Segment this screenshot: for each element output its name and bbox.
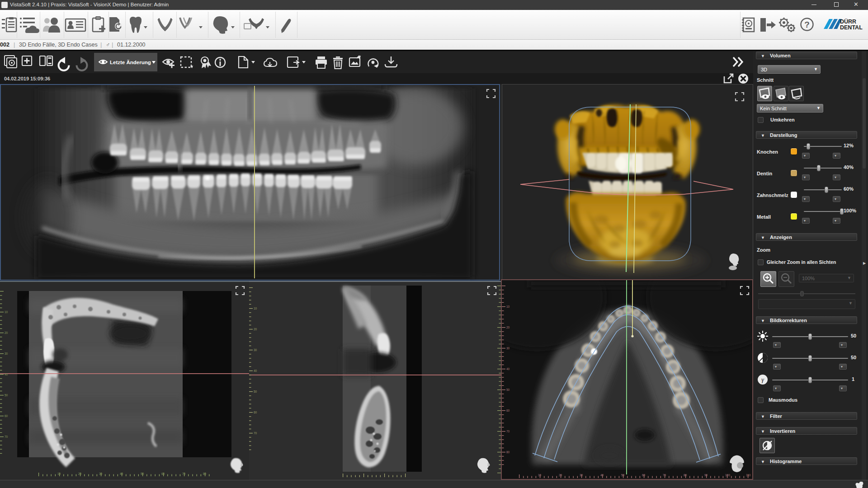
svg-text:DENTAL: DENTAL: [840, 24, 863, 31]
svg-text:80: 80: [203, 472, 207, 475]
svg-text:10: 10: [506, 305, 510, 308]
svg-text:40: 40: [254, 369, 257, 372]
svg-text:50: 50: [254, 390, 257, 393]
svg-text:40: 40: [120, 472, 123, 475]
svg-text:10: 10: [538, 474, 542, 477]
svg-text:20: 20: [78, 472, 82, 475]
svg-text:60: 60: [161, 472, 165, 475]
svg-text:70: 70: [506, 430, 510, 433]
svg-text:40: 40: [5, 373, 8, 376]
svg-text:10: 10: [254, 307, 257, 310]
svg-text:DÜRR: DÜRR: [840, 18, 856, 25]
svg-text:50: 50: [5, 394, 8, 397]
svg-text:20: 20: [254, 328, 257, 331]
svg-text:90: 90: [704, 474, 708, 477]
svg-text:70: 70: [182, 472, 186, 475]
svg-text:30: 30: [506, 347, 510, 350]
svg-text:100: 100: [725, 474, 730, 477]
svg-text:20: 20: [559, 474, 562, 477]
svg-text:30: 30: [5, 352, 8, 355]
svg-text:60: 60: [254, 411, 257, 414]
svg-text:70: 70: [5, 435, 8, 438]
svg-text:?: ?: [804, 20, 810, 29]
svg-text:60: 60: [5, 414, 8, 418]
svg-text:10: 10: [5, 310, 8, 314]
svg-text:20: 20: [5, 331, 8, 334]
svg-text:70: 70: [663, 474, 666, 477]
svg-text:50: 50: [141, 472, 144, 475]
svg-text:80: 80: [506, 450, 510, 454]
svg-text:10: 10: [57, 472, 61, 475]
svg-text:20: 20: [506, 326, 510, 329]
svg-text:50: 50: [621, 474, 625, 477]
svg-text:Letzte Änderung: Letzte Änderung: [110, 60, 151, 65]
svg-text:80: 80: [684, 474, 687, 477]
svg-text:40: 40: [600, 474, 604, 477]
svg-text:110: 110: [746, 474, 751, 477]
svg-text:50: 50: [506, 388, 510, 391]
svg-text:30: 30: [99, 472, 103, 475]
svg-text:70: 70: [254, 432, 257, 435]
svg-text:30: 30: [580, 474, 583, 477]
svg-text:40: 40: [506, 367, 510, 371]
svg-text:30: 30: [254, 348, 257, 352]
svg-text:γ: γ: [761, 376, 764, 383]
svg-text:60: 60: [642, 474, 646, 477]
svg-text:60: 60: [506, 409, 510, 412]
